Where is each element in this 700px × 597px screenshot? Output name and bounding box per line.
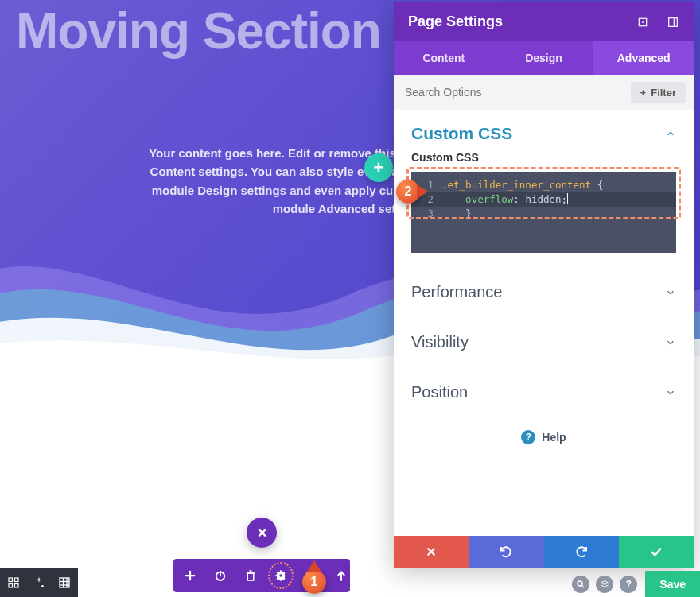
panel-tabs: Content Design Advanced — [394, 41, 694, 75]
confirm-button[interactable] — [619, 536, 694, 568]
wireframe-view-icon[interactable] — [6, 576, 21, 590]
help-row: ? Help — [394, 417, 694, 444]
custom-css-label: Custom CSS — [394, 151, 694, 169]
tab-design[interactable]: Design — [494, 41, 594, 75]
code-selector: .et_builder_inner_content — [441, 179, 591, 191]
search-row: + Filter — [394, 75, 694, 110]
power-icon[interactable] — [213, 568, 228, 583]
section-position[interactable]: Position — [394, 367, 694, 417]
annotation-badge-2: 2 — [396, 180, 420, 204]
svg-point-26 — [279, 574, 282, 576]
redo-button[interactable] — [544, 536, 619, 568]
expand-icon[interactable] — [636, 16, 649, 29]
click-mode-icon[interactable] — [32, 576, 46, 590]
chevron-down-icon — [665, 287, 676, 298]
tab-content[interactable]: Content — [394, 41, 494, 75]
help-circle-icon[interactable]: ? — [620, 576, 637, 593]
zoom-icon[interactable] — [572, 576, 589, 593]
section-visibility[interactable]: Visibility — [394, 317, 694, 367]
line-number: 3 — [411, 207, 441, 221]
code-brace: { — [591, 179, 603, 191]
code-editor-wrap: 1 .et_builder_inner_content { 2 overflow… — [411, 172, 676, 253]
help-link[interactable]: ? Help — [521, 430, 566, 444]
code-value: hidden — [525, 193, 561, 205]
svg-rect-10 — [15, 578, 19, 582]
svg-rect-9 — [9, 578, 13, 582]
trash-icon[interactable] — [243, 568, 258, 583]
svg-rect-14 — [60, 578, 69, 587]
close-icon: ✕ — [257, 525, 267, 541]
add-module-button[interactable]: + — [364, 153, 393, 182]
undo-button[interactable] — [469, 536, 543, 568]
svg-point-6 — [578, 581, 582, 586]
filter-button[interactable]: + Filter — [631, 82, 686, 103]
annotation-badge-1: 1 — [302, 570, 326, 594]
view-mode-bar — [0, 568, 78, 597]
svg-rect-11 — [9, 584, 13, 588]
discard-button[interactable] — [394, 536, 469, 568]
section-title-position: Position — [411, 383, 468, 401]
panel-title: Page Settings — [408, 14, 503, 30]
chevron-down-icon — [665, 337, 676, 348]
filter-label: Filter — [651, 87, 676, 99]
panel-header: Page Settings — [394, 2, 694, 41]
panel-body: Custom CSS Custom CSS 1 .et_builder_inne… — [394, 110, 694, 536]
add-icon[interactable] — [183, 568, 197, 583]
plus-icon: + — [640, 87, 647, 99]
layers-icon[interactable] — [596, 576, 613, 593]
close-builder-button[interactable]: ✕ — [247, 518, 277, 548]
code-property: overflow — [465, 193, 513, 205]
search-input[interactable] — [402, 81, 624, 103]
svg-point-13 — [41, 585, 44, 587]
section-title-custom-css: Custom CSS — [411, 124, 512, 143]
help-label: Help — [542, 431, 566, 444]
text-cursor — [567, 193, 568, 204]
code-brace: } — [465, 207, 472, 219]
grid-view-icon[interactable] — [57, 576, 72, 590]
tab-advanced[interactable]: Advanced — [593, 41, 694, 75]
svg-rect-2 — [669, 17, 678, 26]
plus-icon: + — [374, 157, 384, 178]
panel-footer — [394, 536, 694, 568]
dock-icon[interactable] — [667, 16, 679, 29]
section-title-visibility: Visibility — [411, 333, 469, 351]
svg-point-1 — [642, 21, 644, 23]
chevron-down-icon — [665, 387, 676, 398]
svg-marker-8 — [601, 580, 609, 584]
gear-icon[interactable] — [274, 568, 288, 583]
custom-css-editor[interactable]: 1 .et_builder_inner_content { 2 overflow… — [411, 172, 676, 253]
save-button[interactable]: Save — [645, 571, 700, 597]
svg-rect-23 — [247, 573, 254, 580]
page-settings-panel: Page Settings Content Design Advanced + … — [394, 2, 694, 568]
svg-rect-12 — [15, 584, 19, 588]
svg-line-7 — [582, 585, 585, 587]
help-icon: ? — [521, 430, 535, 444]
section-title-performance: Performance — [411, 283, 503, 301]
page-action-bar: ? Save — [564, 571, 700, 597]
arrow-up-icon[interactable] — [334, 568, 348, 583]
section-custom-css[interactable]: Custom CSS — [394, 110, 694, 151]
section-performance[interactable]: Performance — [394, 267, 694, 317]
chevron-up-icon — [665, 128, 676, 139]
